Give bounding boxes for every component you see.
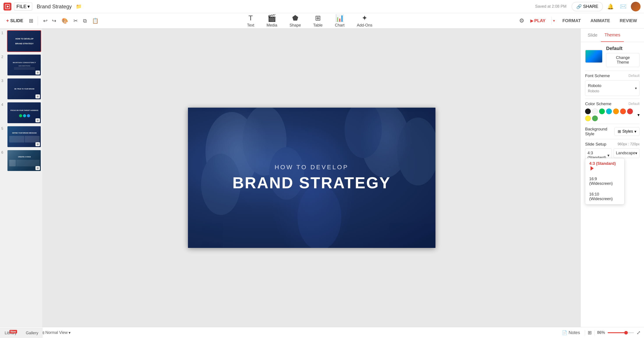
addons-tool[interactable]: ✦ Add-Ons: [353, 13, 376, 29]
layout-button[interactable]: ⊞: [27, 17, 35, 25]
slide-tab-label: Slide: [588, 33, 597, 38]
orientation-select[interactable]: Landscape ▾: [614, 148, 640, 158]
chart-tool[interactable]: 📊 Chart: [332, 13, 348, 29]
font-selector-box[interactable]: Roboto Roboto ▾: [585, 81, 640, 96]
grid-button[interactable]: ⊞: [588, 330, 592, 335]
toolbar-left: + SLIDE ⊞: [4, 17, 38, 25]
svg-marker-1: [7, 6, 9, 8]
slide-thumbnail-3[interactable]: BE TRUE TO YOUR BRAND ⊞: [7, 78, 41, 100]
layout-icon-6: ⊞: [36, 166, 40, 170]
main-toolbar: + SLIDE ⊞ ↩ ↪ 🎨 ✂ ⧉ 📋 T Text 🎬 Media ⬟ S…: [0, 13, 644, 29]
copy-button[interactable]: ⧉: [81, 17, 88, 25]
slide-thumbnail-6[interactable]: CREATE A VOICE ⊞: [7, 150, 41, 171]
share-label: SHARE: [583, 4, 598, 9]
theme-row: Default Change Theme: [585, 46, 640, 67]
table-tool[interactable]: ⊞ Table: [310, 13, 326, 29]
theme-preview: [585, 50, 602, 63]
notes-icon: 📄: [562, 330, 567, 335]
color-dots: [585, 109, 638, 121]
color-scheme-label: Color Scheme: [585, 102, 611, 106]
slide-thumb-1[interactable]: 1 HOW TO DEVELOP BRAND STRATEGY: [1, 30, 41, 52]
animate-tab[interactable]: ANIMATE: [587, 17, 614, 25]
redo-button[interactable]: ↪: [50, 17, 58, 25]
font-scheme-header: Font Scheme Default: [585, 74, 640, 78]
play-button[interactable]: ▶ PLAY: [527, 17, 549, 25]
center-toolbar: T Text 🎬 Media ⬟ Shape ⊞ Table 📊 Chart ✦…: [102, 13, 518, 29]
color-scheme-header: Color Scheme Default: [585, 102, 640, 106]
notifications-button[interactable]: 🔔: [606, 2, 616, 11]
undo-button[interactable]: ↩: [42, 17, 49, 25]
table-label: Table: [313, 23, 323, 28]
theme-section: Default Change Theme Font Scheme Default…: [581, 42, 644, 166]
bg-style-label: Background Style: [585, 127, 614, 136]
notes-button[interactable]: 📄 Notes: [560, 329, 582, 336]
top-bar: FILE ▾ Brand Strategy 📁 Saved at 2:08 PM…: [0, 0, 644, 13]
shape-icon: ⬟: [292, 14, 298, 22]
aspect-option-16-9[interactable]: 16:9 (Widescreen): [585, 174, 624, 189]
slide-thumb-6[interactable]: 6 CREATE A VOICE ⊞: [1, 150, 41, 171]
paste-button[interactable]: 📋: [90, 17, 100, 25]
paint-format-button[interactable]: 🎨: [60, 17, 70, 25]
media-tool[interactable]: 🎬 Media: [263, 13, 281, 29]
table-icon: ⊞: [315, 14, 321, 22]
styles-grid-icon: ⊞: [618, 129, 621, 134]
media-label: Media: [266, 23, 277, 28]
messages-button[interactable]: ✉️: [618, 2, 628, 11]
bell-icon: 🔔: [607, 4, 614, 10]
slide-setup-label: Slide Setup: [585, 142, 606, 147]
media-icon: 🎬: [268, 14, 276, 22]
scissors-button[interactable]: ✂: [72, 17, 80, 25]
app-logo: [4, 3, 12, 11]
review-tab[interactable]: REVIEW: [616, 17, 640, 25]
slide-tab[interactable]: Slide: [584, 29, 601, 42]
divider-2: [585, 99, 640, 99]
zoom-slider[interactable]: [608, 332, 634, 333]
add-slide-button[interactable]: + SLIDE: [4, 17, 26, 25]
slide-thumb-5[interactable]: 5 DEFINE YOUR BRAND MESSAGE ⊞: [1, 126, 41, 148]
divider-bottom-3: [594, 330, 594, 335]
slide-thumbnail-5[interactable]: DEFINE YOUR BRAND MESSAGE ⊞: [7, 126, 41, 148]
slide-thumbnail-2[interactable]: MAINTAIN CONSISTENCY ADD EMOTIONS ⊞: [7, 54, 41, 76]
view-chevron-icon: ▾: [68, 330, 70, 335]
zoom-track: [608, 332, 626, 333]
share-button[interactable]: 🔗 SHARE: [572, 2, 603, 11]
file-menu-button[interactable]: FILE ▾: [14, 3, 32, 11]
right-panel: Slide Themes Default Change Theme Font S…: [580, 29, 644, 327]
file-label: FILE: [16, 4, 26, 10]
shape-tool[interactable]: ⬟ Shape: [286, 13, 304, 29]
file-chevron-icon: ▾: [28, 4, 30, 10]
color-scheme-dropdown[interactable]: ▾: [638, 112, 640, 118]
play-label: PLAY: [534, 18, 546, 23]
styles-button[interactable]: ⊞ Styles ▾: [614, 127, 640, 136]
styles-label: Styles: [622, 129, 633, 134]
text-label: Text: [247, 23, 254, 28]
notes-label: Notes: [569, 330, 580, 335]
text-tool[interactable]: T Text: [244, 13, 258, 29]
change-theme-button[interactable]: Change Theme: [606, 53, 640, 67]
themes-tab-label: Themes: [604, 33, 620, 37]
themes-tab[interactable]: Themes: [601, 29, 624, 42]
share-icon: 🔗: [576, 4, 582, 9]
slide-thumb-4[interactable]: 4 FOCUS ON YOUR TARGET AUDIENCE ⊞: [1, 102, 41, 124]
bottom-bar: 💬 1 / 7 Slides ⊞ Normal View ▾ 📄 Notes ⊞…: [0, 327, 644, 338]
play-dropdown-button[interactable]: ▾: [552, 17, 556, 25]
slide-thumbnail-4[interactable]: FOCUS ON YOUR TARGET AUDIENCE ⊞: [7, 102, 41, 124]
fullscreen-icon: ⤢: [636, 330, 640, 335]
undo-redo-group: ↩ ↪: [42, 17, 58, 25]
view-mode-button[interactable]: ⊞ Normal View ▾: [40, 329, 72, 336]
avatar[interactable]: [631, 2, 640, 12]
fullscreen-button[interactable]: ⤢: [636, 330, 640, 335]
slide-canvas: HOW TO DEVELOP BRAND STRATEGY: [188, 108, 436, 248]
doc-folder-icon: 📁: [76, 4, 82, 10]
color-dot-orange: [613, 109, 619, 114]
aspect-option-4-3[interactable]: 4:3 (Standard): [585, 158, 624, 174]
format-tab[interactable]: FORMAT: [559, 17, 584, 25]
font-scheme-default: Default: [628, 74, 640, 78]
slide-thumb-3[interactable]: 3 BE TRUE TO YOUR BRAND ⊞: [1, 78, 41, 100]
slide-thumb-2[interactable]: 2 MAINTAIN CONSISTENCY ADD EMOTIONS ⊞: [1, 54, 41, 76]
layout-icon: ⊞: [29, 18, 33, 24]
aspect-option-16-10[interactable]: 16:10 (Widescreen): [585, 189, 624, 204]
aspect-chevron-icon: ▾: [608, 153, 610, 158]
slide-thumbnail-1[interactable]: HOW TO DEVELOP BRAND STRATEGY: [7, 30, 41, 52]
settings-button[interactable]: ⚙: [519, 17, 524, 24]
